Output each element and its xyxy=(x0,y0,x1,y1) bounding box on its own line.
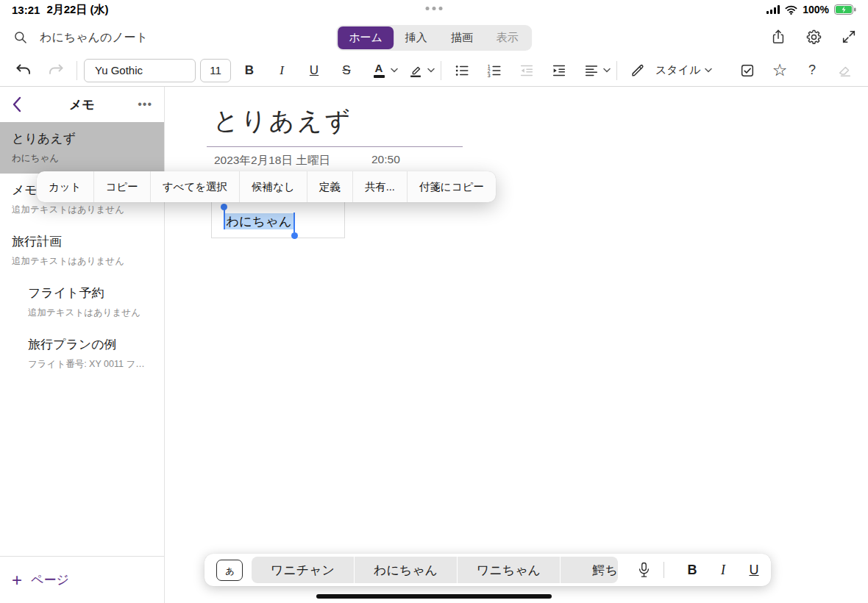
font-name-picker[interactable]: Yu Gothic xyxy=(84,59,196,82)
menu-item-select-all[interactable]: すべてを選択 xyxy=(151,171,240,202)
sidebar-header: メモ ••• xyxy=(0,87,164,122)
tab-home[interactable]: ホーム xyxy=(338,26,394,49)
clear-format-button[interactable] xyxy=(828,57,861,84)
align-left-icon xyxy=(583,63,600,79)
settings-gear-icon[interactable] xyxy=(803,26,824,47)
page-item-title: とりあえず xyxy=(12,130,152,147)
battery-icon xyxy=(834,4,856,15)
important-star-button[interactable]: ☆ xyxy=(764,57,796,84)
search-icon[interactable] xyxy=(10,27,31,48)
tab-view[interactable]: 表示 xyxy=(485,26,530,49)
selected-text[interactable]: わにちゃん xyxy=(224,213,294,229)
indent-icon xyxy=(551,63,567,79)
selection-stem-start xyxy=(224,210,225,229)
suggestion-candidate[interactable]: 鰐ちゃ xyxy=(561,557,618,583)
menu-item-share[interactable]: 共有... xyxy=(353,171,408,202)
dictation-mic-icon[interactable] xyxy=(637,561,651,579)
menu-item-no-suggestions[interactable]: 候補なし xyxy=(240,171,307,202)
onenote-ipad-app: 13:21 2月22日 (水) 100% わにちゃんのノート xyxy=(0,0,868,603)
page-item-title: フライト予約 xyxy=(28,285,152,302)
undo-button[interactable] xyxy=(7,57,40,84)
font-color-chevron-icon[interactable] xyxy=(391,68,398,73)
note-canvas[interactable]: とりあえず 2023年2月18日 土曜日 20:50 •••• ◂▸ わにちゃん xyxy=(165,87,868,603)
redo-button[interactable] xyxy=(40,57,72,84)
redo-icon xyxy=(47,62,65,79)
highlighter-icon xyxy=(408,63,424,79)
plus-icon: + xyxy=(12,571,22,589)
help-button[interactable]: ? xyxy=(796,57,828,84)
italic-button[interactable]: I xyxy=(266,57,298,84)
battery-percent: 100% xyxy=(803,4,829,15)
suggestion-candidate[interactable]: わにちゃん xyxy=(355,557,457,583)
ribbon-tabs: ホーム 挿入 描画 表示 xyxy=(336,25,532,51)
page-item-title: 旅行計画 xyxy=(12,233,152,250)
indent-button[interactable] xyxy=(543,57,575,84)
multitask-dots-icon xyxy=(426,7,443,10)
svg-text:3: 3 xyxy=(488,72,491,77)
numbered-list-button[interactable]: 123 xyxy=(478,57,511,84)
page-time: 20:50 xyxy=(371,153,400,166)
style-chevron-icon xyxy=(705,68,712,73)
checkbox-icon xyxy=(739,63,755,79)
eraser-icon xyxy=(836,63,853,79)
page-item-subtitle: フライト番号: XY 0011 フ… xyxy=(28,358,152,371)
menu-item-copy-to-sticky[interactable]: 付箋にコピー xyxy=(408,171,496,202)
undo-icon xyxy=(15,62,32,79)
tab-insert[interactable]: 挿入 xyxy=(394,26,439,49)
note-text[interactable]: わにちゃん xyxy=(224,213,294,230)
clock: 13:21 xyxy=(12,4,40,16)
outdent-button[interactable] xyxy=(511,57,543,84)
menu-item-cut[interactable]: カット xyxy=(37,171,94,202)
page-item-subtitle: わにちゃん xyxy=(12,152,152,165)
page-item-subtitle: 追加テキストはありません xyxy=(28,307,152,319)
menu-item-copy[interactable]: コピー xyxy=(94,171,151,202)
highlight-chevron-icon[interactable] xyxy=(427,68,435,73)
underline-button[interactable]: U xyxy=(298,57,330,84)
edit-context-menu: カット コピー すべてを選択 候補なし 定義 共有... 付箋にコピー xyxy=(37,171,496,202)
menu-item-define[interactable]: 定義 xyxy=(307,171,353,202)
sidebar-more-icon[interactable]: ••• xyxy=(138,98,152,111)
keyboard-bold-button[interactable]: B xyxy=(677,563,708,578)
bullet-list-button[interactable] xyxy=(446,57,478,84)
page-list-sidebar: メモ ••• とりあえず わにちゃん メモ 追加テキストはありません 旅行計画 … xyxy=(0,87,165,603)
selection-handle-end[interactable] xyxy=(291,232,298,239)
font-color-swatch xyxy=(374,75,385,78)
bullet-list-icon xyxy=(454,63,470,79)
share-icon[interactable] xyxy=(768,26,789,47)
numbered-list-icon: 123 xyxy=(486,63,502,79)
suggestion-candidate[interactable]: ワニちゃん xyxy=(458,557,560,583)
keyboard-underline-button[interactable]: U xyxy=(739,563,769,578)
page-list-item[interactable]: とりあえず わにちゃん xyxy=(0,122,164,174)
tab-draw[interactable]: 描画 xyxy=(439,26,485,49)
page-date: 2023年2月18日 土曜日 xyxy=(214,153,330,168)
style-pen-icon xyxy=(622,57,654,84)
kana-input-key[interactable]: ぁ xyxy=(216,560,243,581)
suggestion-strip: ワニチャン わにちゃん ワニちゃん 鰐ちゃ xyxy=(252,557,618,583)
suggestion-candidate[interactable]: ワニチャン xyxy=(252,557,354,583)
page-item-subtitle: 追加テキストはありません xyxy=(12,204,152,216)
keyboard-italic-button[interactable]: I xyxy=(708,563,739,578)
styles-group[interactable]: スタイル xyxy=(622,57,714,84)
notebook-title[interactable]: わにちゃんのノート xyxy=(40,30,148,46)
bold-button[interactable]: B xyxy=(233,57,266,84)
strikethrough-button[interactable]: S xyxy=(330,57,363,84)
status-bar: 13:21 2月22日 (水) 100% xyxy=(0,0,868,19)
page-list-item[interactable]: 旅行計画 追加テキストはありません xyxy=(0,225,164,276)
home-indicator[interactable] xyxy=(316,594,552,599)
align-chevron-icon[interactable] xyxy=(603,68,611,73)
status-left: 13:21 2月22日 (水) xyxy=(12,3,109,17)
title-underline xyxy=(207,146,463,147)
add-page-button[interactable]: + ページ xyxy=(0,556,164,603)
format-toolbar: Yu Gothic 11 B I U S A 123 xyxy=(0,54,868,87)
page-list-item[interactable]: 旅行プランの例 フライト番号: XY 0011 フ… xyxy=(0,328,164,379)
keyboard-bar-divider xyxy=(664,562,664,578)
font-size-picker[interactable]: 11 xyxy=(200,59,231,82)
selection-stem-end xyxy=(294,213,295,232)
fullscreen-expand-icon[interactable] xyxy=(839,26,859,47)
outdent-icon xyxy=(519,63,535,79)
back-chevron-icon[interactable] xyxy=(12,96,29,113)
page-title[interactable]: とりあえず xyxy=(213,104,352,138)
page-list-item[interactable]: フライト予約 追加テキストはありません xyxy=(0,276,164,328)
star-icon: ☆ xyxy=(772,62,788,79)
todo-checkbox-button[interactable] xyxy=(731,57,764,84)
